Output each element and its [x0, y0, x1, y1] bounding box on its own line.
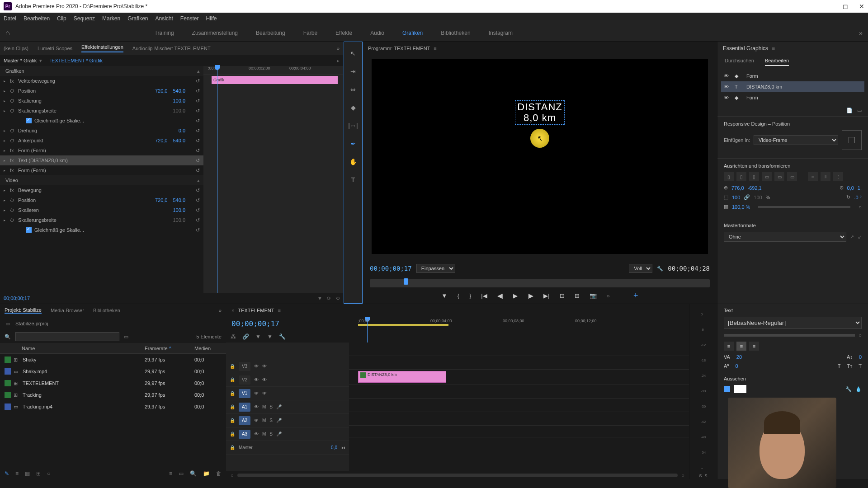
extract-icon[interactable]: ⊟ — [575, 292, 580, 299]
timeline-ruler[interactable]: ;00;0000;00;04;0000;00;08;0000;00;12;00 — [349, 317, 689, 328]
ripple-tool-icon[interactable]: ⇔ — [348, 84, 358, 94]
anchor-x[interactable]: 0,0 — [847, 185, 854, 191]
effect-prop-row[interactable]: ▸fxBewegung↺ — [0, 185, 203, 195]
mark-in-icon[interactable]: ▼ — [442, 292, 448, 299]
distribute-3-icon[interactable]: ⋮ — [833, 172, 843, 181]
panel-menu-icon[interactable]: ≡ — [434, 46, 436, 51]
trash-icon[interactable]: 🗑 — [216, 470, 222, 477]
push-icon[interactable]: ↗ — [850, 234, 854, 240]
effect-prop-row[interactable]: ▸⏱Ankerpunkt720,0540,0↺ — [0, 136, 203, 145]
effect-prop-row[interactable]: ▸⏱Position720,0540,0↺ — [0, 86, 203, 96]
pen-tool-icon[interactable]: ✒ — [348, 139, 358, 149]
new-bin-icon[interactable]: 📁 — [203, 470, 210, 477]
lift-icon[interactable]: ⊡ — [560, 292, 565, 299]
project-item[interactable]: ⊞Shaky29,97 fps00;0 — [0, 354, 226, 366]
align-right-text-icon[interactable]: ≡ — [749, 342, 759, 351]
track-head-a2[interactable]: 🔒A2👁MS🎤 — [226, 414, 349, 427]
align-bottom-icon[interactable]: ▭ — [787, 172, 797, 181]
link-icon[interactable]: 🔗 — [744, 194, 750, 200]
menu-hilfe[interactable]: Hilfe — [206, 15, 217, 22]
fill-color-swatch[interactable] — [734, 385, 746, 393]
selection-tool-icon[interactable]: ↖ — [348, 48, 358, 58]
effect-prop-row[interactable]: Video▴ — [0, 175, 203, 185]
project-item[interactable]: ▭Tracking.mp429,97 fps00;0 — [0, 401, 226, 413]
panel-menu-icon[interactable]: ≡ — [772, 45, 775, 52]
menu-bearbeiten[interactable]: Bearbeiten — [24, 15, 50, 22]
program-timecode-left[interactable]: 00;00;00;17 — [370, 265, 412, 272]
project-tab[interactable]: Projekt: Stabilize — [5, 307, 42, 314]
effect-prop-row[interactable]: Gleichmäßige Skalie...↺ — [0, 116, 203, 126]
project-item[interactable]: ⊞TEXTELEMENT29,97 fps00;0 — [0, 377, 226, 389]
automate-icon[interactable]: ▭ — [179, 470, 184, 477]
effect-prop-row[interactable]: ▸fxVektorbewegung↺ — [0, 76, 203, 86]
leading-val[interactable]: 0 — [859, 354, 862, 360]
effect-prop-row[interactable]: ▸fxForm (Form)↺ — [0, 165, 203, 175]
eg-tab-durchsuchen[interactable]: Durchsuchen — [725, 58, 754, 66]
play-button[interactable]: ▶ — [513, 292, 518, 299]
ec-tab[interactable]: (kein Clips) — [4, 46, 28, 51]
eg-layer[interactable]: 👁TDISTANZ8,0 km — [721, 81, 864, 92]
linked-selection-icon[interactable]: 🔗 — [242, 333, 249, 340]
align-center-h-icon[interactable]: ▯ — [736, 172, 746, 181]
effect-timecode[interactable]: 00;00;00;17 — [4, 296, 30, 301]
export-frame-icon[interactable]: 📷 — [590, 292, 597, 299]
hand-tool-icon[interactable]: ✋ — [348, 157, 358, 167]
workspace-overflow-icon[interactable]: » — [859, 29, 863, 37]
sort-icon[interactable]: ≡ — [169, 470, 172, 477]
track-head-a3[interactable]: 🔒A3👁MS🎤 — [226, 427, 349, 441]
keyframe-playhead[interactable] — [217, 66, 217, 293]
clip-label[interactable]: TEXTELEMENT * Grafik — [48, 58, 103, 63]
tracking-val[interactable]: 20 — [736, 354, 742, 360]
size-keyframe-icon[interactable]: ○ — [859, 333, 862, 338]
menu-sequenz[interactable]: Sequenz — [74, 15, 95, 22]
home-icon[interactable]: ⌂ — [5, 29, 10, 37]
menu-grafiken[interactable]: Grafiken — [127, 15, 148, 22]
ec-tab[interactable]: Audioclip-Mischer: TEXTELEMENT — [132, 46, 211, 51]
pin-dropdown[interactable]: Video-Frame — [754, 135, 838, 145]
fit-dropdown[interactable]: Einpassen — [416, 264, 455, 273]
quality-dropdown[interactable]: Voll — [629, 264, 652, 273]
solo-left[interactable]: S — [699, 474, 702, 478]
menu-fenster[interactable]: Fenster — [180, 15, 199, 22]
align-right-icon[interactable]: ▯ — [749, 172, 759, 181]
align-left-icon[interactable]: ▯ — [724, 172, 734, 181]
close-seq-icon[interactable]: × — [231, 308, 234, 313]
wrench-icon[interactable]: 🔧 — [657, 266, 663, 272]
pos-x[interactable]: 776,0 — [731, 185, 744, 191]
bypass-icon[interactable]: ⟳ — [327, 296, 331, 301]
effect-prop-row[interactable]: ▸⏱Position720,0540,0↺ — [0, 195, 203, 205]
find-icon[interactable]: 🔍 — [190, 470, 197, 477]
wrench-icon[interactable]: 🔧 — [279, 333, 286, 340]
type-tool-icon[interactable]: T — [348, 175, 358, 185]
workspace-tab-grafiken[interactable]: Grafiken — [402, 30, 423, 36]
maximize-button[interactable]: ◻ — [843, 3, 848, 10]
effect-prop-row[interactable]: Grafiken▴ — [0, 66, 203, 76]
menu-datei[interactable]: Datei — [4, 15, 16, 22]
project-item[interactable]: ⊞Tracking29,97 fps00;0 — [0, 389, 226, 401]
mark-out-button[interactable]: } — [469, 292, 471, 299]
anchor-y[interactable]: 1, — [858, 185, 862, 191]
eg-layer[interactable]: 👁◆Form — [721, 70, 864, 81]
ec-tab[interactable]: Lumetri-Scopes — [38, 46, 72, 51]
program-scrubber[interactable] — [370, 279, 710, 287]
appearance-wrench-icon[interactable]: 🔧 — [845, 386, 852, 392]
mark-in-button[interactable]: { — [457, 292, 459, 299]
workspace-tab-instagram[interactable]: Instagram — [489, 30, 513, 36]
caps-icon[interactable]: T — [838, 363, 841, 369]
effect-prop-row[interactable]: ▸⏱Drehung0,0↺ — [0, 126, 203, 136]
timeline-clip[interactable]: DISTANZ8,0 km — [358, 371, 446, 383]
eyedropper-icon[interactable]: 💧 — [855, 386, 862, 392]
sequence-name[interactable]: TEXTELEMENT — [238, 308, 274, 313]
distribute-v-icon[interactable]: ⫴ — [821, 172, 830, 181]
go-to-in-icon[interactable]: |◀ — [481, 292, 487, 299]
track-head-v3[interactable]: 🔒V3👁👁 — [226, 360, 349, 373]
go-to-out-icon[interactable]: ▶| — [543, 292, 549, 299]
superscript-icon[interactable]: T — [859, 363, 862, 369]
panel-overflow-icon[interactable]: » — [337, 46, 340, 51]
search-input[interactable] — [15, 332, 119, 341]
icon-view-icon[interactable]: ▦ — [25, 470, 30, 477]
workspace-tab-effekte[interactable]: Effekte — [335, 30, 352, 36]
effect-prop-row[interactable]: ▸⏱Skalierungsbreite100,0↺ — [0, 106, 203, 116]
col-name[interactable]: Name — [20, 346, 145, 351]
pull-icon[interactable]: ↙ — [858, 234, 862, 240]
